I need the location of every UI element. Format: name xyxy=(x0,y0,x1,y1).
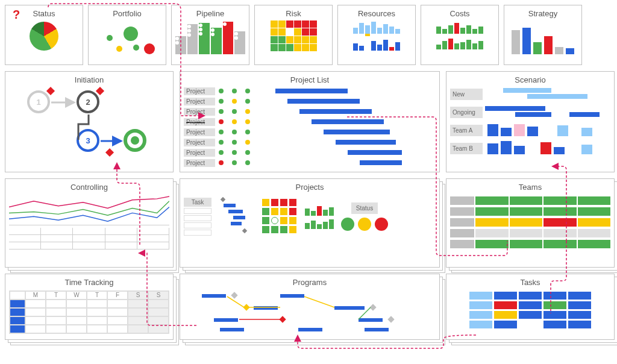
project-row: Project xyxy=(184,118,436,126)
costs-card[interactable]: Costs xyxy=(421,5,499,65)
project-list-title: Project List xyxy=(184,75,436,84)
question-icon: ? xyxy=(13,8,20,22)
project-row: Project xyxy=(184,148,436,157)
tasks-title: Tasks xyxy=(450,278,610,287)
bubble-chart-icon xyxy=(92,20,162,57)
costs-chart-icon xyxy=(425,20,495,49)
project-row: Project xyxy=(184,138,436,146)
kanban-board xyxy=(450,292,610,328)
project-row: Project xyxy=(184,87,436,95)
portfolio-title: Portfolio xyxy=(92,9,162,18)
strategy-title: Strategy xyxy=(508,9,578,18)
initiation-title: Initiation xyxy=(9,75,169,84)
project-list-table: ProjectProjectProjectProjectProjectProje… xyxy=(184,87,436,167)
risk-matrix-icon xyxy=(258,20,328,51)
pie-chart-icon xyxy=(30,22,58,51)
teams-grid xyxy=(450,196,610,248)
pipeline-title: Pipeline xyxy=(175,9,245,18)
strategy-card[interactable]: Strategy xyxy=(504,5,582,65)
teams-title: Teams xyxy=(450,183,610,192)
controlling-title: Controlling xyxy=(9,183,169,192)
risk-title: Risk xyxy=(258,9,328,18)
time-tracking-table: MTWTFSS xyxy=(9,290,169,334)
resources-card[interactable]: Resources xyxy=(337,5,416,65)
portfolio-card[interactable]: Portfolio xyxy=(88,5,166,65)
scenario-card[interactable]: Scenario New Ongoing Team A Team B xyxy=(446,71,615,172)
programs-gantt xyxy=(184,289,436,335)
pipeline-chart-icon xyxy=(175,20,245,54)
initiation-card[interactable]: Initiation 1 2 3 xyxy=(5,71,174,172)
time-tracking-card[interactable]: Time Tracking MTWTFSS xyxy=(5,274,174,340)
programs-title: Programs xyxy=(184,278,436,287)
controlling-chart xyxy=(9,195,169,249)
risk-card[interactable]: Risk xyxy=(254,5,333,65)
scenario-chart: New Ongoing Team A Team B xyxy=(450,87,610,155)
resources-title: Resources xyxy=(342,9,412,18)
project-row: Project xyxy=(184,158,436,167)
costs-title: Costs xyxy=(425,9,495,18)
projects-dashboard: Task Status xyxy=(184,195,436,237)
project-row: Project xyxy=(184,128,436,136)
teams-card[interactable]: Teams xyxy=(446,178,615,268)
projects-title: Projects xyxy=(184,183,436,192)
workflow-diagram-icon: 1 2 3 xyxy=(9,87,169,159)
strategy-chart-icon xyxy=(508,20,578,54)
programs-card[interactable]: Programs xyxy=(180,274,440,340)
resources-chart-icon xyxy=(342,20,412,51)
tasks-card[interactable]: Tasks xyxy=(446,274,615,340)
status-card[interactable]: ? Status xyxy=(5,5,83,65)
top-nav-cards: ? Status Portfolio Pipeline Risk xyxy=(5,5,615,65)
pipeline-card[interactable]: Pipeline xyxy=(171,5,249,65)
scenario-title: Scenario xyxy=(450,75,610,84)
controlling-card[interactable]: Controlling xyxy=(5,178,174,268)
project-row: Project xyxy=(184,107,436,116)
project-row: Project xyxy=(184,97,436,105)
projects-card[interactable]: Projects Task Sta xyxy=(180,178,440,268)
project-list-card[interactable]: Project List ProjectProjectProjectProjec… xyxy=(180,71,440,172)
time-tracking-title: Time Tracking xyxy=(9,278,169,287)
